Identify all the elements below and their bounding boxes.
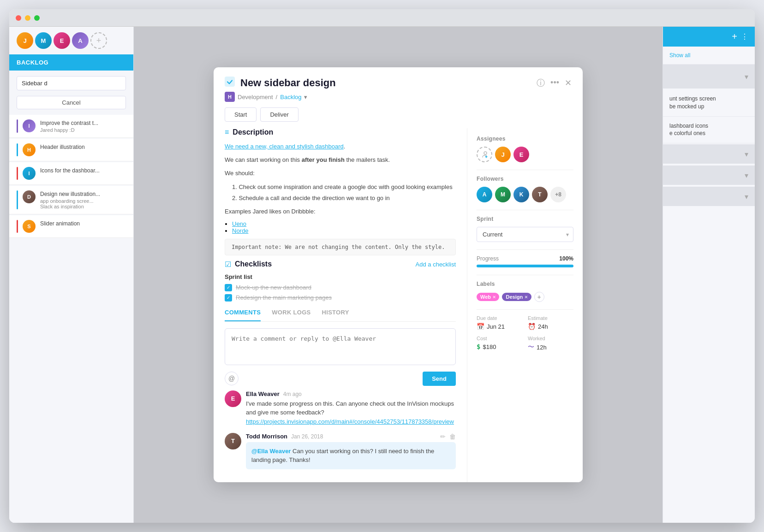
remove-design-label[interactable]: ×	[525, 294, 527, 300]
close-modal-button[interactable]: ✕	[565, 78, 572, 88]
modal-right-panel: Assignees J E	[467, 128, 583, 482]
worked-cell: Worked 〜 12h	[528, 336, 573, 351]
task-item[interactable]: D Design new illustration... app onboard…	[9, 186, 133, 214]
labels-row: Web × Design × +	[477, 292, 573, 302]
delete-icon[interactable]: 🗑	[449, 433, 456, 440]
close-button[interactable]	[16, 15, 21, 21]
checkbox-done[interactable]: ✓	[225, 284, 232, 291]
label-design: Design ×	[502, 293, 531, 301]
ueno-link[interactable]: Ueno	[232, 220, 246, 227]
modal-body: ≡ Description We need a new, clean and s…	[214, 128, 583, 482]
description-list-item: 2. Schedule a call and decide the direct…	[232, 193, 456, 203]
estimate-text: 24h	[538, 323, 548, 330]
assignee-avatar: J	[495, 147, 511, 162]
description-list-item: 1. Check out some inspiration and create…	[232, 182, 456, 192]
description-line1: We need a new, clean and stylish dashboa…	[225, 142, 456, 152]
send-button[interactable]: Send	[423, 372, 456, 386]
checklists-header: ☑ Checklists Add a checklist	[225, 260, 456, 269]
worked-text: 12h	[537, 344, 547, 351]
followers-more-badge[interactable]: +8	[550, 187, 566, 202]
backlog-label: BACKLOG	[17, 59, 48, 66]
task-title: Icons for the dashboar...	[40, 167, 100, 175]
tab-worklogs[interactable]: WORK LOGS	[272, 309, 310, 321]
info-button[interactable]: ⓘ	[537, 77, 545, 89]
right-panel-item[interactable]: unt settings screenbe mocked up	[663, 89, 755, 117]
modal-header: New sidebar design ⓘ ••• ✕	[214, 67, 583, 89]
progress-bar-fill	[477, 265, 573, 267]
breadcrumb: H Development / Backlog ▾	[214, 89, 583, 107]
progress-percentage: 100%	[559, 255, 573, 262]
norde-link[interactable]: Norde	[232, 227, 248, 234]
due-date-label: Due date	[477, 315, 522, 321]
sprint-link[interactable]: Backlog	[280, 94, 301, 100]
comment-input[interactable]	[225, 328, 456, 365]
right-panel-item[interactable]: lashboard iconse colorful ones	[663, 117, 755, 144]
estimate-icon: ⏰	[528, 323, 536, 330]
cost-cell: Cost $ $180	[477, 336, 522, 351]
task-item[interactable]: H Header illustration	[9, 139, 133, 161]
right-item-collapsed[interactable]: ▾	[663, 166, 755, 185]
project-initial: H	[225, 92, 235, 102]
description-bullets: Ueno Norde	[232, 220, 456, 234]
progress-bar-background	[477, 265, 573, 267]
deliver-button[interactable]: Deliver	[260, 107, 298, 122]
description-line2: We can start working on this after you f…	[225, 155, 456, 165]
mention-button[interactable]: @	[225, 372, 239, 385]
minimize-button[interactable]	[25, 15, 30, 21]
add-button[interactable]: +	[732, 31, 737, 42]
more-options-button[interactable]: ⋮	[741, 32, 748, 41]
cost-value: $ $180	[477, 343, 522, 350]
add-assignee-button[interactable]	[477, 147, 492, 162]
task-check-icon	[225, 77, 235, 89]
right-item-collapsed[interactable]: ▾	[663, 187, 755, 206]
fullscreen-button[interactable]	[34, 15, 40, 21]
comment-mention: @Ella Weaver	[251, 448, 291, 455]
add-checklist-button[interactable]: Add a checklist	[416, 261, 456, 268]
comment-content: Todd Morrison Jan 26, 2018 ✏ 🗑	[246, 433, 456, 469]
follower-avatar: T	[532, 187, 548, 202]
description-we-should: We should:	[225, 169, 456, 178]
estimate-label: Estimate	[528, 315, 573, 321]
avatar: A	[72, 32, 89, 49]
progress-header: Progress 100%	[477, 255, 573, 262]
task-item[interactable]: S Slider animation	[9, 215, 133, 238]
worked-icon: 〜	[528, 343, 534, 351]
start-button[interactable]: Start	[225, 107, 257, 122]
edit-icon[interactable]: ✏	[440, 433, 446, 440]
show-all-link[interactable]: Show all	[669, 52, 690, 59]
checkbox-done[interactable]: ✓	[225, 294, 232, 301]
due-date-value: 📅 Jun 21	[477, 323, 522, 330]
checklist-icon: ☑	[225, 260, 231, 269]
cancel-button[interactable]: Cancel	[17, 96, 126, 109]
comment-meta: Ella Weaver 4m ago	[246, 390, 456, 397]
search-input[interactable]	[17, 76, 126, 90]
follower-avatar: K	[513, 187, 529, 202]
labels-section: Labels Web × Design × +	[477, 281, 573, 302]
sprint-select[interactable]: Current	[477, 227, 573, 242]
task-title: Header illustration	[40, 143, 85, 151]
sprint-select-row: Current ▾	[477, 227, 573, 242]
task-item[interactable]: I Improve the contrast t... Jared happy …	[9, 115, 133, 138]
checklist-item-text: Redesign the main marketing pages	[236, 294, 332, 301]
comment-item: T Todd Morrison Jan 26, 2018	[225, 433, 456, 469]
task-subtitle: Jared happy :D	[40, 127, 98, 133]
tab-comments[interactable]: COMMENTS	[225, 309, 261, 321]
cost-label: Cost	[477, 336, 522, 341]
sprint-title: Sprint	[477, 216, 573, 222]
tab-history[interactable]: HISTORY	[322, 309, 349, 321]
progress-section: Progress 100%	[477, 255, 573, 267]
add-label-button[interactable]: +	[534, 292, 544, 302]
comment-bubble: @Ella Weaver Can you start working on th…	[246, 442, 456, 469]
remove-web-label[interactable]: ×	[493, 294, 495, 300]
right-item-collapsed[interactable]: ▾	[663, 144, 755, 164]
right-item-collapsed[interactable]: ▾	[663, 65, 755, 89]
description-link[interactable]: We need a new, clean and stylish dashboa…	[225, 143, 344, 150]
more-button[interactable]: •••	[550, 78, 559, 88]
estimate-value: ⏰ 24h	[528, 323, 573, 330]
task-item[interactable]: I Icons for the dashboar...	[9, 162, 133, 185]
add-member-button[interactable]: +	[90, 32, 107, 49]
mac-window: J M E A + BACKLOG Cancel I Improve the c…	[9, 9, 755, 523]
followers-row: A M K T +8	[477, 187, 573, 202]
followers-title: Followers	[477, 176, 573, 182]
comment-link[interactable]: https://projects.invisionapp.com/d/main#…	[246, 418, 454, 425]
